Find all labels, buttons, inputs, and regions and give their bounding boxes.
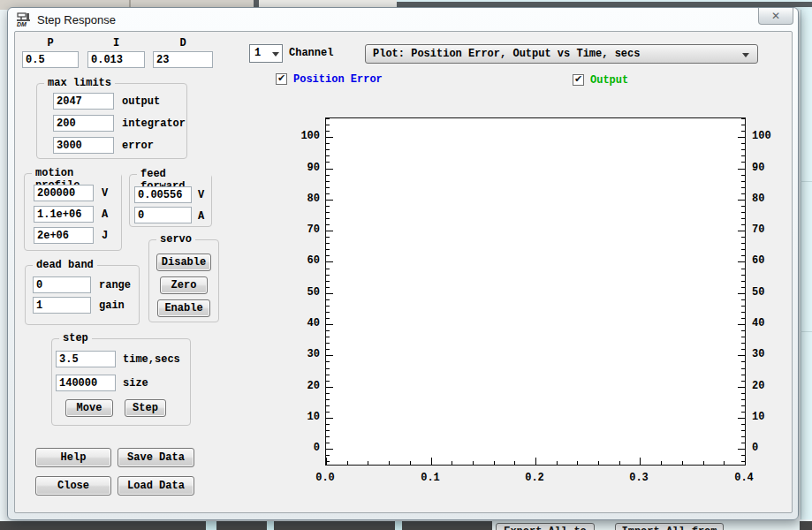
d-label: D (153, 37, 213, 49)
output-checkbox[interactable]: ✔ (573, 74, 584, 86)
i-input[interactable] (87, 51, 145, 68)
tick-mark (368, 461, 368, 465)
tick-mark (741, 224, 745, 225)
tick-mark (326, 243, 330, 244)
tick-mark (326, 193, 330, 194)
tick-mark (326, 200, 333, 201)
close-button[interactable]: Close (35, 476, 111, 496)
tick-mark (738, 387, 745, 388)
y-axis-label-left: 80 (288, 193, 320, 205)
max-error-input[interactable] (53, 137, 114, 154)
y-axis-label-left: 90 (288, 162, 320, 174)
servo-disable-button[interactable]: Disable (156, 254, 211, 271)
tick-mark (326, 169, 333, 170)
acceleration-input[interactable] (34, 206, 94, 223)
dead-band-range-input[interactable] (33, 276, 91, 293)
tick-mark (326, 155, 330, 156)
tick-mark (326, 387, 333, 388)
channel-select[interactable]: 1 (249, 44, 283, 63)
position-error-label: Position Error (293, 73, 383, 86)
tick-mark (326, 143, 330, 144)
tick-mark (557, 461, 558, 465)
servo-enable-button[interactable]: Enable (157, 299, 210, 317)
tick-mark (738, 418, 745, 419)
chevron-down-icon (272, 52, 279, 57)
x-axis-label: 0.1 (413, 472, 448, 484)
dead-band-gain-label: gain (99, 299, 125, 312)
close-window-button[interactable]: ✕ (758, 8, 793, 25)
velocity-input[interactable] (34, 185, 94, 201)
position-error-checkbox[interactable]: ✔ (276, 73, 287, 85)
tick-mark (741, 337, 745, 337)
tick-mark (389, 461, 390, 465)
dead-band-legend: dead band (33, 259, 97, 271)
help-button[interactable]: Help (35, 448, 111, 467)
tick-mark (738, 293, 745, 294)
tick-mark (326, 458, 327, 465)
tick-mark (494, 461, 495, 465)
servo-zero-button[interactable]: Zero (160, 276, 208, 294)
ff-acceleration-input[interactable] (134, 207, 192, 223)
tick-mark (741, 343, 745, 344)
load-data-button[interactable]: Load Data (118, 476, 194, 496)
background-right-strip (801, 10, 812, 519)
tick-mark (326, 424, 330, 425)
step-button[interactable]: Step (125, 399, 166, 417)
max-error-label: error (122, 140, 154, 152)
tick-mark (326, 131, 330, 132)
step-time-input[interactable] (56, 351, 116, 367)
tick-mark (741, 375, 745, 375)
tick-mark (326, 299, 330, 300)
i-label: I (87, 37, 145, 49)
tick-mark (326, 443, 330, 443)
tick-mark (326, 355, 333, 356)
save-data-button[interactable]: Save Data (118, 448, 194, 467)
ff-velocity-label: V (198, 189, 204, 201)
tick-mark (326, 212, 330, 213)
d-input[interactable] (153, 51, 213, 68)
max-output-input[interactable] (53, 93, 114, 110)
tick-mark (326, 181, 330, 182)
tick-mark (326, 449, 333, 450)
tick-mark (326, 337, 330, 337)
dead-band-gain-input[interactable] (33, 297, 91, 314)
background-notch (206, 521, 216, 530)
y-axis-label-right: 100 (752, 130, 784, 142)
tick-mark (741, 143, 745, 144)
move-button[interactable]: Move (65, 399, 113, 417)
max-limits-legend: max limits (44, 77, 115, 89)
y-axis-label-right: 30 (752, 348, 784, 360)
tick-mark (738, 261, 745, 262)
y-axis-label-right: 80 (752, 193, 784, 205)
p-input[interactable] (22, 51, 79, 68)
tick-mark (326, 187, 330, 188)
tick-mark (738, 355, 745, 356)
tick-mark (741, 287, 745, 288)
tick-mark (326, 281, 330, 282)
tick-mark (741, 318, 745, 319)
tick-mark (326, 125, 330, 125)
tick-mark (535, 458, 536, 465)
jerk-input[interactable] (34, 227, 94, 244)
tick-mark (741, 255, 745, 256)
tick-mark (326, 405, 330, 406)
ff-velocity-input[interactable] (134, 186, 192, 203)
tick-mark (326, 393, 330, 394)
background-notch (395, 521, 402, 530)
tick-mark (741, 212, 745, 213)
tick-mark (741, 218, 745, 219)
tick-mark (738, 137, 745, 138)
max-integrator-input[interactable] (53, 115, 114, 132)
import-all-button[interactable]: Import All from (615, 523, 724, 530)
tick-mark (326, 275, 330, 276)
tick-mark (598, 461, 599, 465)
tick-mark (741, 269, 745, 269)
x-axis-label: 0.3 (621, 472, 656, 484)
chevron-down-icon (742, 53, 749, 57)
y-axis-label-left: 50 (288, 286, 320, 299)
plot-mode-select[interactable]: Plot: Position Error, Output vs Time, se… (365, 44, 758, 64)
tick-mark (410, 461, 411, 465)
export-all-button[interactable]: Export All to (496, 523, 595, 530)
step-size-input[interactable] (56, 375, 116, 391)
tick-mark (326, 231, 333, 231)
